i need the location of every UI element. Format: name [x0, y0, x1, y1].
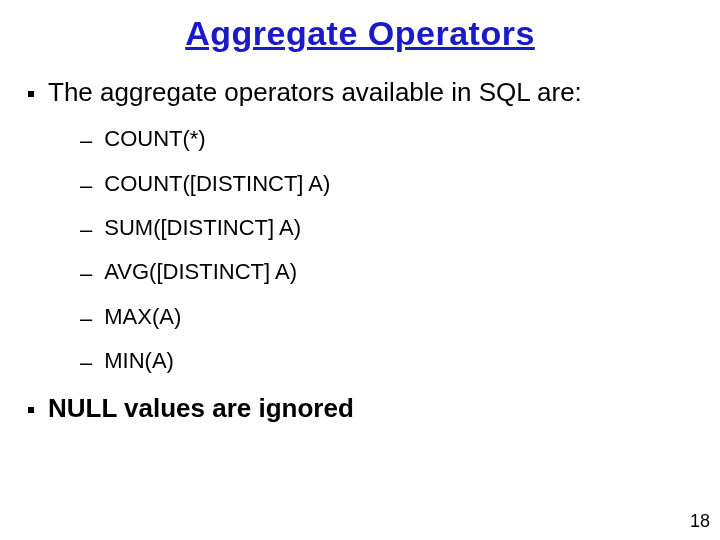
operator-text: AVG([DISTINCT] A): [104, 259, 297, 285]
bullet-intro: The aggregate operators available in SQL…: [28, 77, 692, 108]
dash-icon: –: [80, 306, 92, 332]
list-item: – MAX(A): [80, 304, 692, 332]
slide-title: Aggregate Operators: [0, 0, 720, 53]
dash-icon: –: [80, 128, 92, 154]
list-item: – COUNT(*): [80, 126, 692, 154]
page-number: 18: [690, 511, 710, 532]
slide: Aggregate Operators The aggregate operat…: [0, 0, 720, 540]
bullet-note-text: NULL values are ignored: [48, 393, 354, 424]
dash-icon: –: [80, 217, 92, 243]
slide-body: The aggregate operators available in SQL…: [0, 53, 720, 424]
list-item: – COUNT([DISTINCT] A): [80, 171, 692, 199]
operator-text: MIN(A): [104, 348, 174, 374]
operator-text: COUNT([DISTINCT] A): [104, 171, 330, 197]
dash-icon: –: [80, 173, 92, 199]
list-item: – SUM([DISTINCT] A): [80, 215, 692, 243]
operator-list: – COUNT(*) – COUNT([DISTINCT] A) – SUM([…: [28, 126, 692, 376]
list-item: – AVG([DISTINCT] A): [80, 259, 692, 287]
bullet-intro-text: The aggregate operators available in SQL…: [48, 77, 582, 108]
operator-text: MAX(A): [104, 304, 181, 330]
operator-text: SUM([DISTINCT] A): [104, 215, 301, 241]
dash-icon: –: [80, 261, 92, 287]
bullet-icon: [28, 91, 34, 97]
dash-icon: –: [80, 350, 92, 376]
list-item: – MIN(A): [80, 348, 692, 376]
bullet-icon: [28, 407, 34, 413]
bullet-note: NULL values are ignored: [28, 393, 692, 424]
operator-text: COUNT(*): [104, 126, 205, 152]
